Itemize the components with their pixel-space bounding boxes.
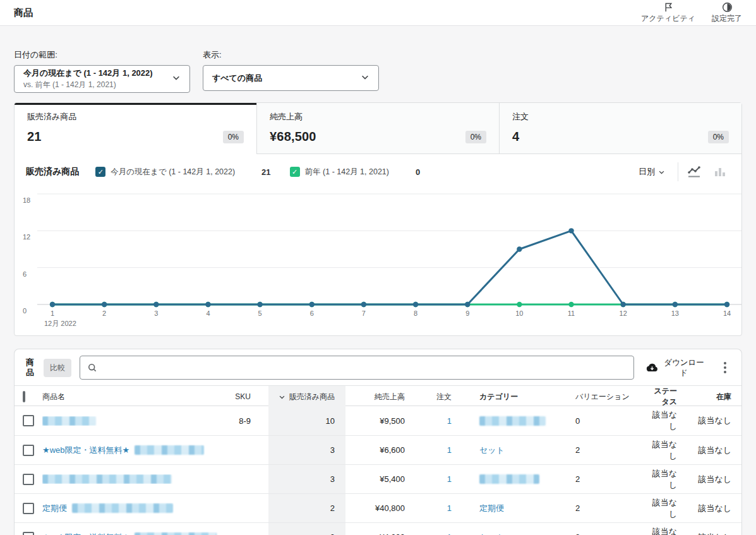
col-header-category[interactable]: カテゴリー: [462, 392, 575, 402]
orders-link[interactable]: 1: [415, 532, 462, 535]
variations-cell: 2: [575, 503, 648, 513]
line-chart-toggle[interactable]: [681, 162, 707, 181]
redacted-category: [479, 416, 546, 426]
category-link[interactable]: セット: [479, 445, 505, 455]
line-chart-icon: [687, 165, 701, 178]
topbar: 商品 アクティビティ 設定完了: [0, 0, 756, 26]
products-table-card: 商品 比較 ダウンロード 商品名 SKU: [14, 349, 742, 535]
svg-text:0: 0: [23, 307, 27, 315]
net-sales-cell: ¥5,400: [345, 474, 415, 484]
select-all-checkbox[interactable]: [23, 391, 25, 402]
download-button[interactable]: ダウンロード: [646, 358, 705, 378]
svg-text:12月 2022: 12月 2022: [44, 320, 76, 327]
product-name-link[interactable]: ★web限定・送料無料★: [42, 445, 219, 456]
checkbox-checked-icon[interactable]: ✓: [95, 167, 105, 177]
orders-link[interactable]: 1: [415, 474, 462, 484]
product-name-link[interactable]: [42, 416, 219, 426]
orders-link[interactable]: 1: [415, 416, 462, 426]
variations-cell: 0: [575, 416, 648, 426]
col-header-net-sales[interactable]: 純売上高: [345, 392, 415, 402]
granularity-select[interactable]: 日別: [628, 166, 675, 177]
display-select[interactable]: すべての商品: [203, 65, 379, 91]
net-sales-cell: ¥9,500: [345, 416, 415, 426]
chevron-down-icon: [172, 73, 181, 85]
metric-label: 販売済み商品: [27, 111, 244, 123]
search-box[interactable]: [80, 356, 634, 380]
legend-previous-year[interactable]: ✓ 前年 (1 - 142月 1, 2021) 0: [290, 167, 421, 177]
display-filter: 表示: すべての商品: [203, 49, 379, 93]
status-cell: 該当なし: [648, 439, 686, 462]
category-link[interactable]: 定期便: [479, 503, 504, 513]
row-checkbox[interactable]: [23, 532, 34, 535]
category-cell: セット: [462, 532, 575, 535]
category-cell: セット: [462, 445, 575, 456]
redacted-product-name: [135, 445, 204, 455]
svg-text:12: 12: [23, 233, 30, 241]
svg-text:7: 7: [362, 310, 366, 317]
table-row: 3¥5,40012該当なし該当なし: [15, 464, 741, 493]
col-header-orders[interactable]: 注文: [415, 392, 462, 402]
date-range-filter: 日付の範囲: 今月の現在まで (1 - 142月 1, 2022) vs. 前年…: [14, 49, 190, 93]
setup-status-button[interactable]: 設定完了: [712, 2, 742, 24]
product-name-text: ★web限定・送料無料★: [42, 532, 129, 535]
col-header-status[interactable]: ステータス: [648, 386, 686, 407]
checkbox-checked-icon[interactable]: ✓: [290, 167, 300, 177]
category-link[interactable]: セット: [479, 532, 505, 535]
redacted-category: [479, 474, 539, 484]
activity-button[interactable]: アクティビティ: [641, 2, 695, 24]
row-checkbox[interactable]: [23, 445, 34, 456]
col-header-inventory[interactable]: 在庫: [686, 392, 742, 402]
sold-cell: 3: [268, 436, 345, 464]
sales-line-chart: 181260123456789101112131412月 2022: [15, 188, 741, 330]
net-sales-cell: ¥40,800: [345, 503, 415, 513]
metric-label: 純売上高: [270, 111, 486, 123]
col-header-name[interactable]: 商品名: [42, 392, 219, 402]
product-name-link[interactable]: [42, 474, 219, 484]
row-checkbox[interactable]: [23, 415, 34, 426]
svg-text:14: 14: [723, 310, 731, 317]
table-row: ★web限定・送料無料★2¥4,2001セット2該当なし該当なし: [15, 522, 741, 535]
chart-title: 販売済み商品: [26, 166, 79, 177]
tab-products-sold[interactable]: 販売済み商品 21 0%: [15, 103, 256, 154]
inventory-cell: 該当なし: [686, 445, 742, 456]
date-range-select[interactable]: 今月の現在まで (1 - 142月 1, 2022) vs. 前年 (1 - 1…: [14, 65, 190, 93]
status-cell: 該当なし: [648, 409, 686, 432]
legend-value: 0: [416, 167, 420, 177]
product-name-link[interactable]: 定期便: [42, 503, 219, 514]
row-checkbox[interactable]: [23, 503, 34, 514]
col-header-variations[interactable]: バリエーション: [575, 392, 648, 402]
table-body: 8-910¥9,50010該当なし該当なし★web限定・送料無料★3¥6,600…: [15, 406, 741, 535]
tab-orders[interactable]: 注文 4 0%: [499, 103, 741, 154]
metric-label: 注文: [512, 111, 729, 123]
legend-label: 前年 (1 - 142月 1, 2021): [305, 167, 389, 177]
row-checkbox[interactable]: [23, 474, 34, 485]
status-cell: 該当なし: [648, 497, 686, 520]
kebab-icon[interactable]: [717, 358, 733, 377]
sold-cell: 10: [268, 406, 345, 435]
svg-text:10: 10: [515, 310, 523, 317]
sku-cell: 8-9: [219, 416, 268, 426]
category-cell: [462, 474, 575, 484]
checkbox-cell: [15, 503, 42, 514]
product-name-link[interactable]: ★web限定・送料無料★: [42, 532, 219, 535]
compare-button[interactable]: 比較: [44, 359, 71, 377]
col-header-sold[interactable]: 販売済み商品: [268, 386, 345, 407]
inventory-cell: 該当なし: [686, 532, 742, 535]
search-input[interactable]: [102, 363, 627, 373]
chevron-down-icon: [361, 73, 369, 83]
redacted-product-name: [135, 532, 217, 535]
variations-cell: 2: [575, 474, 648, 484]
svg-text:13: 13: [671, 310, 679, 317]
col-header-sku[interactable]: SKU: [219, 392, 268, 401]
orders-link[interactable]: 1: [415, 445, 462, 455]
orders-link[interactable]: 1: [415, 503, 462, 513]
setup-label: 設定完了: [712, 13, 742, 24]
tab-net-sales[interactable]: 純売上高 ¥68,500 0%: [256, 103, 499, 154]
product-name-text: ★web限定・送料無料★: [42, 445, 129, 456]
display-label: 表示:: [203, 49, 379, 61]
legend-current-period[interactable]: ✓ 今月の現在まで (1 - 142月 1, 2022) 21: [95, 167, 270, 177]
date-range-secondary: vs. 前年 (1 - 142月 1, 2021): [23, 80, 167, 90]
bar-chart-toggle[interactable]: [707, 162, 733, 181]
net-sales-cell: ¥6,600: [345, 445, 415, 455]
flag-icon: [663, 2, 674, 13]
